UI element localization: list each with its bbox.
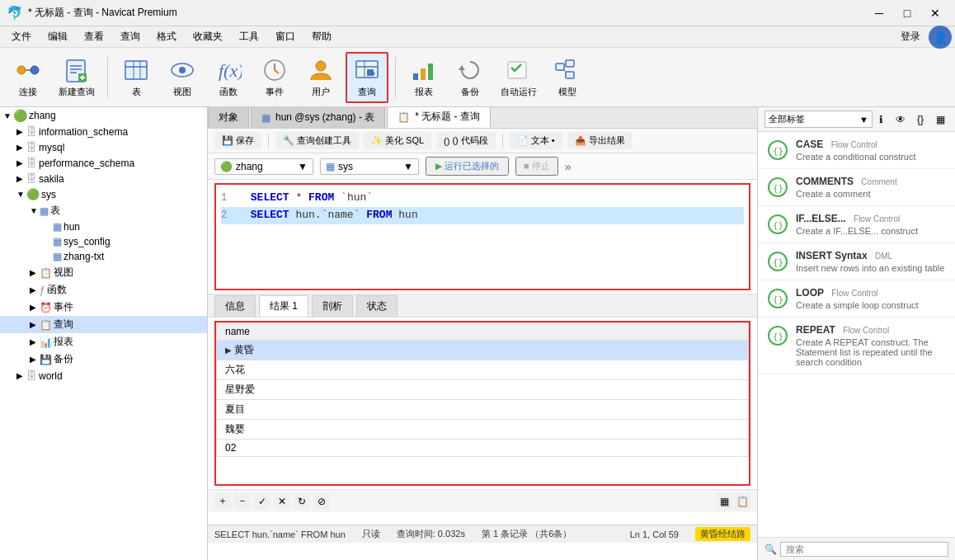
menu-favorites[interactable]: 收藏夹 bbox=[185, 28, 231, 45]
expand-events[interactable]: ▶ bbox=[30, 303, 40, 312]
code-panel-icon[interactable]: {} bbox=[912, 111, 929, 128]
toolbar-report[interactable]: 报表 bbox=[402, 53, 445, 102]
expand-backups[interactable]: ▶ bbox=[30, 355, 40, 364]
snippet-case[interactable]: {} CASE Flow Control Create a conditiona… bbox=[758, 132, 955, 169]
info-panel-icon[interactable]: ℹ bbox=[873, 111, 889, 128]
sidebar-item-zhang-txt[interactable]: ▶ ▦ zhang-txt bbox=[0, 249, 207, 264]
grid-view-button[interactable]: ▦ bbox=[716, 493, 732, 510]
login-button[interactable]: 登录 bbox=[892, 28, 929, 45]
toolbar-query[interactable]: 查询 bbox=[346, 52, 388, 103]
menu-window[interactable]: 窗口 bbox=[267, 28, 303, 45]
menu-view[interactable]: 查看 bbox=[76, 28, 112, 45]
maximize-button[interactable]: □ bbox=[894, 4, 920, 22]
grid-panel-icon[interactable]: ▦ bbox=[932, 111, 948, 128]
expand-reports[interactable]: ▶ bbox=[30, 337, 40, 346]
filter-button[interactable]: ⊘ bbox=[313, 493, 330, 510]
apply-button[interactable]: ✓ bbox=[254, 493, 271, 510]
view-panel-icon[interactable]: 👁 bbox=[892, 111, 909, 128]
sql-editor[interactable]: 1 SELECT * FROM `hun` 2 SELECT hun.`name… bbox=[214, 183, 750, 290]
sidebar-item-sys[interactable]: ▼ 🟢 sys bbox=[0, 186, 207, 202]
sidebar-item-mysql[interactable]: ▶ 🗄 mysql bbox=[0, 139, 207, 155]
table-row[interactable]: ▶ 黄昏 bbox=[217, 341, 749, 360]
expand-info[interactable]: ▶ bbox=[16, 127, 26, 136]
refresh-button[interactable]: ↻ bbox=[294, 493, 310, 510]
result-tab-info[interactable]: 信息 bbox=[214, 295, 256, 317]
stop-button[interactable]: ■ 停止 bbox=[515, 157, 558, 176]
toolbar-autorun[interactable]: 自动运行 bbox=[495, 53, 543, 102]
more-button[interactable]: » bbox=[565, 160, 572, 173]
sidebar-item-backups[interactable]: ▶ 💾 备份 bbox=[0, 351, 207, 368]
sidebar-item-tables-folder[interactable]: ▼ ▦ 表 bbox=[0, 202, 207, 219]
menu-help[interactable]: 帮助 bbox=[303, 28, 340, 45]
sidebar-item-views[interactable]: ▶ 📋 视图 bbox=[0, 264, 207, 281]
expand-zhang[interactable]: ▼ bbox=[3, 111, 13, 120]
snippet-insert[interactable]: {} INSERT Syntax DML Insert new rows int… bbox=[758, 243, 955, 280]
toolbar-view[interactable]: 视图 bbox=[161, 53, 204, 102]
expand-funcs[interactable]: ▶ bbox=[30, 285, 40, 294]
create-tool-button[interactable]: 🔧 查询创建工具 bbox=[275, 132, 359, 149]
toolbar-event[interactable]: 事件 bbox=[253, 53, 296, 102]
menu-tools[interactable]: 工具 bbox=[231, 28, 267, 45]
table-row[interactable]: 夏目 bbox=[217, 400, 749, 420]
code-snippet-button[interactable]: () () 代码段 bbox=[436, 132, 496, 149]
tag-select[interactable]: 全部标签 ▼ bbox=[764, 111, 873, 128]
expand-sys[interactable]: ▼ bbox=[16, 190, 26, 199]
run-selected-button[interactable]: ▶ 运行已选择的 bbox=[426, 157, 509, 176]
table-row[interactable]: 星野爱 bbox=[217, 380, 749, 400]
db-select-zhang[interactable]: 🟢 zhang ▼ bbox=[214, 158, 313, 175]
expand-mysql[interactable]: ▶ bbox=[16, 143, 26, 152]
toolbar-backup[interactable]: 备份 bbox=[449, 53, 492, 102]
form-view-button[interactable]: 📋 bbox=[734, 493, 750, 510]
expand-world[interactable]: ▶ bbox=[16, 371, 26, 380]
result-tab-status[interactable]: 状态 bbox=[356, 295, 398, 317]
menu-file[interactable]: 文件 bbox=[3, 28, 40, 45]
toolbar-new-query[interactable]: 新建查询 bbox=[53, 53, 101, 102]
expand-perf[interactable]: ▶ bbox=[16, 158, 26, 167]
table-row[interactable]: 魏婴 bbox=[217, 420, 749, 440]
tab-untitled-query[interactable]: 📋 * 无标题 - 查询 bbox=[387, 107, 491, 128]
result-tab-profile[interactable]: 剖析 bbox=[312, 295, 353, 317]
snippet-repeat[interactable]: {} REPEAT Flow Control Create A REPEAT c… bbox=[758, 318, 955, 374]
beautify-button[interactable]: ✨ 美化 SQL bbox=[364, 132, 431, 149]
menu-edit[interactable]: 编辑 bbox=[40, 28, 76, 45]
expand-views[interactable]: ▶ bbox=[30, 268, 40, 277]
toolbar-model[interactable]: 模型 bbox=[546, 53, 589, 102]
db-select-sys[interactable]: ▦ sys ▼ bbox=[320, 158, 419, 175]
table-row[interactable]: 02 bbox=[217, 440, 749, 457]
sidebar-item-sys-config[interactable]: ▶ ▦ sys_config bbox=[0, 234, 207, 249]
search-input[interactable] bbox=[780, 542, 948, 557]
sidebar-item-queries[interactable]: ▶ 📋 查询 bbox=[0, 316, 207, 333]
toolbar-connect[interactable]: 连接 bbox=[7, 53, 49, 102]
snippet-comments[interactable]: {} COMMENTS Comment Create a comment bbox=[758, 169, 955, 206]
sidebar-item-hun[interactable]: ▶ ▦ hun bbox=[0, 219, 207, 234]
expand-tables[interactable]: ▼ bbox=[30, 206, 40, 215]
sidebar-item-perf[interactable]: ▶ 🗄 performance_schema bbox=[0, 155, 207, 171]
sidebar-item-functions[interactable]: ▶ ƒ 函数 bbox=[0, 281, 207, 299]
toolbar-function[interactable]: f(x) 函数 bbox=[207, 53, 250, 102]
expand-sakila[interactable]: ▶ bbox=[16, 174, 26, 183]
sidebar-item-information-schema[interactable]: ▶ 🗄 information_schema bbox=[0, 124, 207, 139]
discard-button[interactable]: ✕ bbox=[274, 493, 290, 510]
snippet-ifelse[interactable]: {} IF...ELSE... Flow Control Create a IF… bbox=[758, 206, 955, 243]
sidebar-item-sakila[interactable]: ▶ 🗄 sakila bbox=[0, 171, 207, 186]
table-row[interactable]: 六花 bbox=[217, 360, 749, 380]
add-row-button[interactable]: ＋ bbox=[214, 493, 231, 510]
sidebar-item-reports[interactable]: ▶ 📊 报表 bbox=[0, 333, 207, 351]
export-button[interactable]: 📤 导出结果 bbox=[567, 132, 633, 149]
delete-row-button[interactable]: － bbox=[234, 493, 251, 510]
expand-queries[interactable]: ▶ bbox=[30, 320, 40, 329]
menu-query[interactable]: 查询 bbox=[112, 28, 148, 45]
toolbar-user[interactable]: 用户 bbox=[299, 53, 342, 102]
save-button[interactable]: 💾 保存 bbox=[214, 132, 261, 149]
sidebar-item-events[interactable]: ▶ ⏰ 事件 bbox=[0, 299, 207, 316]
result-tab-results1[interactable]: 结果 1 bbox=[259, 295, 308, 317]
sidebar-item-zhang[interactable]: ▼ 🟢 zhang bbox=[0, 107, 207, 124]
close-button[interactable]: ✕ bbox=[922, 4, 948, 22]
menu-format[interactable]: 格式 bbox=[148, 28, 185, 45]
snippet-loop[interactable]: {} LOOP Flow Control Create a simple loo… bbox=[758, 280, 955, 318]
sidebar-item-world[interactable]: ▶ 🗄 world bbox=[0, 368, 207, 384]
minimize-button[interactable]: ─ bbox=[866, 4, 892, 22]
tab-objects[interactable]: 对象 bbox=[208, 107, 249, 128]
toolbar-table[interactable]: 表 bbox=[115, 53, 158, 102]
text-button[interactable]: 📄 文本 • bbox=[510, 132, 562, 149]
